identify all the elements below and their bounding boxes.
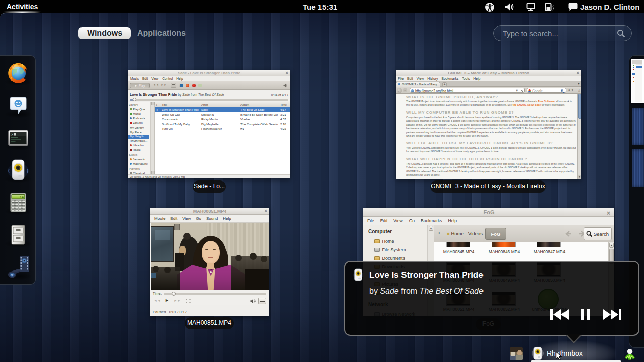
svg-text:>: > [11,133,13,137]
svg-text:14: 14 [20,196,24,199]
